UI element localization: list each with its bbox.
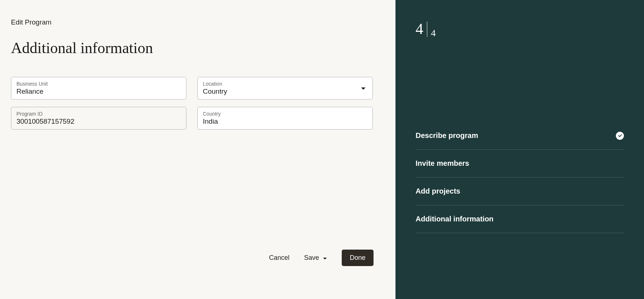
done-button[interactable]: Done — [342, 250, 374, 266]
button-bar: Cancel Save Done — [269, 250, 374, 266]
country-input[interactable] — [203, 117, 367, 126]
step-counter: 4 4 — [416, 20, 624, 38]
step-invite-members[interactable]: Invite members — [416, 150, 624, 177]
page-title: Additional information — [11, 39, 384, 57]
steps-list: Describe program Invite members Add proj… — [416, 122, 624, 233]
country-field[interactable]: Country — [197, 107, 373, 130]
step-current: 4 — [416, 20, 423, 38]
form-grid: Business Unit Location Country Program I… — [11, 77, 373, 130]
side-panel: 4 4 Describe program Invite members Add … — [395, 0, 644, 299]
step-add-projects[interactable]: Add projects — [416, 177, 624, 205]
business-unit-input[interactable] — [16, 87, 181, 96]
check-circle-icon — [616, 132, 624, 140]
breadcrumb: Edit Program — [11, 18, 384, 26]
location-field[interactable]: Location Country — [197, 77, 373, 100]
main-panel: Edit Program Additional information Busi… — [0, 0, 395, 299]
step-describe-program[interactable]: Describe program — [416, 122, 624, 150]
chevron-down-icon — [361, 85, 366, 91]
save-button-label: Save — [304, 254, 319, 262]
program-id-label: Program ID — [16, 111, 181, 117]
step-additional-information[interactable]: Additional information — [416, 205, 624, 233]
step-label: Invite members — [416, 159, 469, 168]
cancel-button[interactable]: Cancel — [269, 254, 289, 262]
step-label: Add projects — [416, 187, 460, 195]
save-button[interactable]: Save — [304, 254, 327, 262]
country-label: Country — [203, 111, 367, 117]
location-value: Country — [203, 87, 227, 96]
business-unit-label: Business Unit — [16, 81, 181, 87]
step-total: 4 — [431, 28, 436, 39]
chevron-down-icon — [323, 254, 327, 262]
program-id-value: 300100587157592 — [16, 117, 75, 125]
location-label: Location — [203, 81, 367, 87]
business-unit-field[interactable]: Business Unit — [11, 77, 186, 100]
step-label: Describe program — [416, 131, 478, 140]
program-id-field: Program ID 300100587157592 — [11, 107, 186, 130]
step-label: Additional information — [416, 215, 493, 223]
step-divider — [427, 22, 427, 37]
